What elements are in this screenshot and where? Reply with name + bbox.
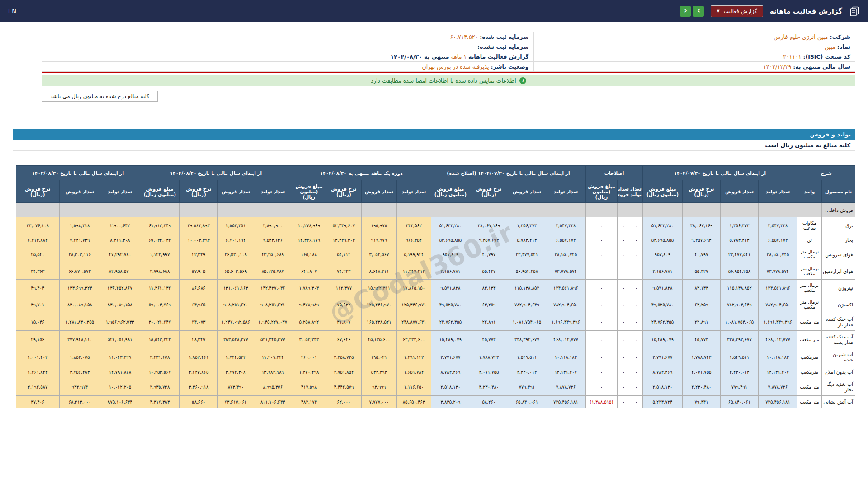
cell [140, 203, 179, 217]
cell: ۰ [585, 366, 617, 378]
cell: ۹,۴۷۸,۹۸۹ [292, 296, 326, 313]
cell: ۰ [630, 280, 642, 296]
cell: ۱۷,۸۶۵,۱۵۰ [396, 280, 431, 296]
cell: متر مکعب [797, 378, 822, 396]
cell: ۵۴,۶۹۵,۸۵۵ [642, 234, 682, 246]
cell [16, 203, 59, 217]
column-header: نرخ فروش (ریال) [179, 180, 217, 203]
column-header: نرخ فروش (ریال) [326, 180, 361, 203]
cell: ۱۲,۳۴۶,۱۷۹ [292, 234, 326, 246]
cell: ۶,۲۱۴,۸۸۳ [16, 234, 59, 246]
reports-icon[interactable] [849, 6, 860, 17]
cell: ۲۲,۸۹۱ [470, 313, 508, 331]
cell: ۶۴۱,۹۰۷ [292, 263, 326, 280]
cell: ۴۲,۳۲۹ [179, 246, 217, 263]
table-column-header-row: نام محصول واحد تعداد تولید تعداد فروش نر… [16, 180, 855, 203]
cell: ۰ [630, 263, 642, 280]
cell: ۲,۷۵۱,۸۵۲ [326, 366, 361, 378]
cell: ۵۶,۹۵۴,۲۵۸ [508, 263, 546, 280]
cell: (۱,۳۸۸,۵۱۵) [585, 396, 617, 408]
cell [585, 203, 617, 217]
next-report-button[interactable]: › [693, 6, 704, 17]
cell: ۱,۴۷۰,۲۹۸ [292, 366, 326, 378]
cell: ۷,۸۷۸,۷۲۶ [546, 378, 585, 396]
cell: ۷,۲۲۱,۷۳۹ [59, 234, 100, 246]
column-header: تعداد تولید [546, 180, 585, 203]
cell: فروش داخلی: [822, 203, 855, 217]
red-divider [42, 72, 855, 73]
cell: ۲,۰۷۱,۷۵۵ [683, 366, 721, 378]
cell: ۱۱۵,۱۳۸,۸۵۲ [721, 280, 759, 296]
cell: ۱,۶۹۶,۳۴۹,۳۹۶ [759, 313, 797, 331]
cell: ۷۳,۷۷۸,۵۷۴ [759, 263, 797, 280]
cell: ۴,۷۷۴,۳۰۸ [217, 366, 254, 378]
cell: ۸۲,۹۵۸,۵۷۰ [100, 263, 140, 280]
cell: ۱,۸۵۲,۴۶۱ [179, 348, 217, 366]
section-title-bar: تولید و فروش [13, 129, 855, 140]
cell: نرمال متر مکعب [797, 296, 822, 313]
cell: ۷۲۵,۴۵۶,۱۸۱ [759, 396, 797, 408]
cell: ۱۳۱,۰۶۱,۱۶۳ [217, 280, 254, 296]
issuer-status-label: وضعیت ناشر: [491, 63, 529, 70]
column-header: مبلغ فروش (میلیون ریال) [140, 180, 179, 203]
isic-value: ۴۰۱۱۰۱ [783, 53, 801, 60]
cell: ۱۰,۱۱۸,۱۸۲ [546, 348, 585, 366]
cell: ۷۵,۶۲۲ [326, 296, 361, 313]
fiscal-year-value: ۱۴۰۴/۱۲/۲۹ [763, 63, 791, 70]
column-header: تعداد تولید [759, 180, 797, 203]
registered-capital-cell: سرمایه ثبت شده: ۶۰,۷۱۳,۵۲۰ [42, 32, 534, 42]
cell: ۱۹۵,۹۷۸ [361, 217, 396, 234]
cell: ۱۳,۷۸۲,۹۸۹ [254, 366, 292, 378]
cell [508, 203, 546, 217]
cell: متر مکعب [797, 396, 822, 408]
cell: ۰ [630, 366, 642, 378]
cell: ۲۶,۵۳۰,۱۰۸ [217, 246, 254, 263]
cell: ۳,۳۶۰,۹۱۸ [179, 378, 217, 396]
cell: ۳,۰۵۳,۲۴۳ [292, 331, 326, 348]
cell: ۱,۷۸۸,۷۴۳ [470, 348, 508, 366]
prev-report-button[interactable]: ‹ [680, 6, 691, 17]
cell: ۱۶۵,۱۸۸ [292, 246, 326, 263]
cell: ۱۳,۷۸۱,۸۱۸ [100, 366, 140, 378]
product-row: هوای سرویسنرمال متر مکعب۳۸,۱۵۰,۷۴۵۲۳,۴۷۷… [16, 246, 855, 263]
cell: ۴۵,۱۳۵,۶۰۰ [361, 331, 396, 348]
product-row: آب تغذیه دیگ بخارمتر مکعب۷,۸۷۸,۷۲۶۷۷۹,۴۹… [16, 378, 855, 396]
language-toggle-en[interactable]: EN [8, 8, 16, 14]
cell: ۰ [617, 366, 630, 378]
report-type-dropdown[interactable]: گزارش فعالیت ▼ [711, 5, 763, 17]
cell: ۹۵۷,۸۰۹ [431, 246, 470, 263]
cell: ۴۰,۷۹۷ [683, 246, 721, 263]
cell: ۶۳,۲۵۹ [470, 296, 508, 313]
product-row: هوای ابزاردقیقنرمال متر مکعب۷۳,۷۷۸,۵۷۴۵۶… [16, 263, 855, 280]
cell [326, 203, 361, 217]
registered-capital-value: ۶۰,۷۱۳,۵۲۰ [450, 33, 478, 40]
cell: ۵,۷۸۳,۲۱۳ [508, 234, 546, 246]
product-row: بخارتن۶,۵۵۷,۱۷۴۵,۷۸۳,۲۱۳۹,۴۵۷,۶۹۳۵۴,۶۹۵,… [16, 234, 855, 246]
cell: آب خنک کننده مدار باز [822, 313, 855, 331]
cell: ۳,۱۵۶,۷۸۱ [431, 263, 470, 280]
cell: ۲,۸۹۰,۹۰۰ [254, 217, 292, 234]
cell: ۰ [630, 313, 642, 331]
cell: ۹۰۸,۲۵۱,۶۲۰ [217, 296, 254, 313]
cell: ۴,۴۴۲,۵۷۹ [326, 378, 361, 396]
cell: ۹,۴۵۷,۶۹۳ [470, 234, 508, 246]
cell: ۱,۱۲۲,۹۹۷ [140, 246, 179, 263]
cell: ۱۲۴,۵۶۱,۸۹۶ [546, 280, 585, 296]
column-header: مبلغ فروش (میلیون ریال) [431, 180, 470, 203]
cell: ۹۰۸,۲۵۱,۶۲۱ [254, 296, 292, 313]
cell: ۵۸,۲۶۰ [470, 396, 508, 408]
cell: ۱,۳۵۶,۳۷۳ [721, 217, 759, 234]
unregistered-capital-label: سرمایه ثبت نشده: [477, 43, 529, 50]
cell: ۱,۹۵۶,۹۶۲,۷۳۳ [100, 313, 140, 331]
cell: ۱۲۴,۵۶۱,۸۹۶ [759, 280, 797, 296]
cell: ۰ [630, 348, 642, 366]
cell: ۴۶۸,۰۱۲,۷۷۷ [546, 331, 585, 348]
cell [59, 203, 100, 217]
cell: ۴,۳۱۷,۳۸۳ [140, 396, 179, 408]
cell: ۱۲۵,۳۴۶,۹۷۰ [361, 296, 396, 313]
cell: ۶۵,۸۴۰,۰۶۱ [508, 396, 546, 408]
cell: ۱۱,۴۰۹,۳۲۴ [254, 348, 292, 366]
cell: ۱۱,۳۶۱,۱۳۲ [140, 280, 179, 296]
cell: ۵۵,۴۲۷ [470, 263, 508, 280]
cell: ۹۶۶,۴۵۲ [396, 234, 431, 246]
